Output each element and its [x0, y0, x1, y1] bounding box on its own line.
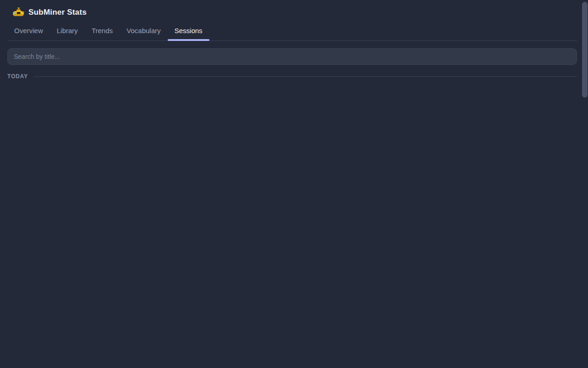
app-root: SubMiner Stats OverviewLibraryTrendsVoca… [7, 0, 577, 85]
scrollbar-thumb[interactable] [582, 2, 588, 98]
submarine-icon [12, 7, 24, 17]
tab-overview[interactable]: Overview [7, 22, 50, 40]
header: SubMiner Stats [7, 0, 577, 18]
section-label: TODAY [7, 73, 28, 80]
search-bar [7, 48, 577, 65]
tab-vocabulary[interactable]: Vocabulary [120, 22, 168, 40]
tab-library[interactable]: Library [50, 22, 85, 40]
section-header: TODAY [7, 73, 577, 80]
app-title: SubMiner Stats [28, 8, 87, 17]
tab-trends[interactable]: Trends [85, 22, 119, 40]
search-input[interactable] [7, 48, 577, 65]
scrollbar[interactable] [582, 0, 588, 368]
tab-sessions[interactable]: Sessions [168, 22, 209, 40]
tab-bar: OverviewLibraryTrendsVocabularySessions [7, 22, 577, 41]
section-divider [34, 76, 577, 77]
